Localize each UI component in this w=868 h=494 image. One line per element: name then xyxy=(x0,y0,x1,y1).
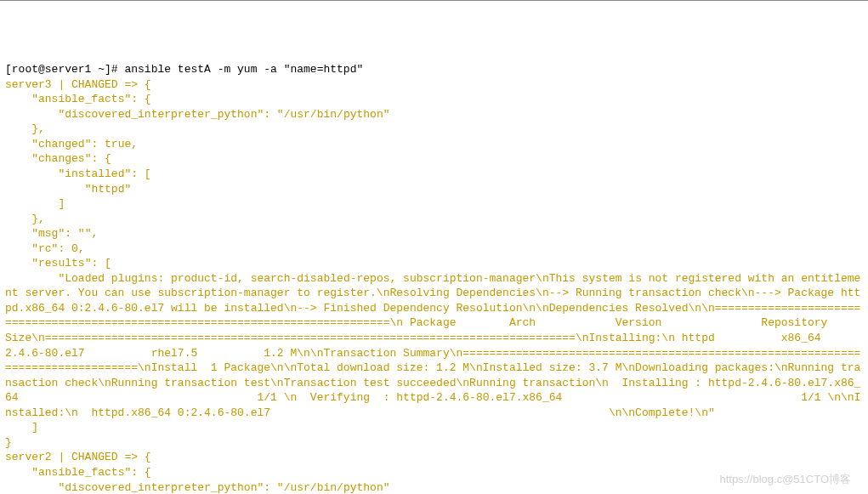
shell-prompt: [root@server1 ~]# ansible testA -m yum -… xyxy=(5,63,363,76)
watermark-text: https://blog.c@51CTO博客 xyxy=(719,472,851,487)
ansible-output: server3 | CHANGED => { "ansible_facts": … xyxy=(5,77,863,494)
